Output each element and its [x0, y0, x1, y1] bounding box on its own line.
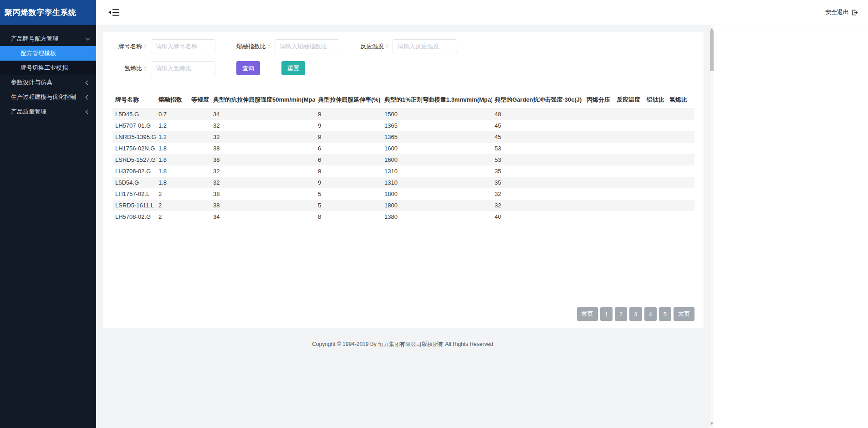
- table-cell: 5: [315, 188, 382, 200]
- table-cell: L5D54.G: [112, 177, 156, 188]
- chevron-left-icon: [86, 80, 90, 85]
- table-cell: 1.8: [156, 177, 189, 188]
- sidebar-subitem[interactable]: 牌号切换工业模拟: [0, 61, 96, 75]
- column-header: 典型的1%正割弯曲模量1.3mm/min(Mpa): [382, 92, 492, 108]
- table-cell: [614, 108, 644, 120]
- pagination-page-button[interactable]: 1: [600, 307, 613, 321]
- table-cell: 38: [210, 154, 315, 165]
- chevron-left-icon: [86, 95, 90, 99]
- table-cell: 35: [492, 177, 584, 188]
- search-field-2: 反应温度：: [360, 39, 457, 53]
- sidebar-item-2[interactable]: 生产过程建模与优化控制: [0, 90, 96, 104]
- table-cell: 1.2: [156, 131, 189, 143]
- table-cell: [189, 108, 210, 120]
- query-button[interactable]: 查询: [236, 61, 260, 75]
- table-cell: 38: [210, 143, 315, 154]
- pagination-page-button[interactable]: 3: [629, 307, 642, 321]
- table-cell: 35: [492, 165, 584, 177]
- logout-icon: [851, 9, 858, 16]
- table-cell: [584, 131, 614, 143]
- pagination-page-button[interactable]: 5: [659, 307, 671, 321]
- pagination-page-button[interactable]: 2: [615, 307, 627, 321]
- table-row: LSRD5-1611.L2385180032: [112, 200, 694, 211]
- pagination-page-button[interactable]: 4: [644, 307, 657, 321]
- table-cell: 8: [315, 211, 382, 222]
- table-cell: L5D45.G: [112, 108, 156, 120]
- column-header: 等规度: [189, 92, 210, 108]
- table-cell: 38: [210, 188, 315, 200]
- table-cell: [667, 108, 694, 120]
- table-cell: [644, 131, 667, 143]
- column-header: 丙烯分压: [584, 92, 614, 108]
- table-cell: [584, 154, 614, 165]
- logout-button[interactable]: 安全退出: [825, 8, 858, 16]
- sidebar-toggle-button[interactable]: [106, 6, 122, 19]
- column-header: 反应温度: [614, 92, 644, 108]
- table-cell: [644, 120, 667, 131]
- table-cell: [614, 120, 644, 131]
- table-cell: 1365: [382, 120, 492, 131]
- table-cell: 5: [315, 200, 382, 211]
- chevron-down-icon: [86, 36, 90, 41]
- chevron-left-icon: [86, 109, 90, 114]
- sidebar-item-label: 参数设计与仿真: [11, 78, 52, 87]
- table-cell: LH3706-02.G: [112, 165, 156, 177]
- sidebar-subitem[interactable]: 配方管理模板: [0, 46, 96, 61]
- table-cell: 53: [492, 154, 584, 165]
- table-row: LH1756-02N.G1.8386160053: [112, 143, 694, 154]
- table-cell: [614, 200, 644, 211]
- search-row-1: 牌号名称：熔融指数比：反应温度：: [112, 39, 694, 53]
- table-cell: [189, 120, 210, 131]
- search-row-2: 氢烯比：查询重置: [112, 61, 694, 75]
- table-cell: 32: [492, 188, 584, 200]
- table-cell: [189, 143, 210, 154]
- scrollbar-thumb[interactable]: [710, 31, 714, 71]
- search-form: 牌号名称：熔融指数比：反应温度：氢烯比：查询重置: [112, 39, 694, 84]
- scrollbar-down-arrow[interactable]: [710, 423, 713, 426]
- sidebar-item-0[interactable]: 产品牌号配方管理: [0, 31, 96, 46]
- column-header: 典型的抗拉伸屈服强度50mm/min(Mpa): [210, 92, 315, 108]
- search-input-3[interactable]: [151, 61, 215, 75]
- pagination-first-button[interactable]: 首页: [577, 307, 598, 321]
- table-cell: [614, 165, 644, 177]
- table-cell: [667, 165, 694, 177]
- sidebar: 聚丙烯数字孪生系统 产品牌号配方管理配方管理模板牌号切换工业模拟参数设计与仿真生…: [0, 0, 96, 428]
- table-cell: 1.8: [156, 143, 189, 154]
- table-cell: 6: [315, 154, 382, 165]
- table-cell: [584, 177, 614, 188]
- table-cell: 1600: [382, 143, 492, 154]
- table-cell: [584, 211, 614, 222]
- content-area: 牌号名称：熔融指数比：反应温度：氢烯比：查询重置 牌号名称熔融指数等规度典型的抗…: [96, 25, 714, 428]
- column-header: 典型拉伸屈服延伸率(%): [315, 92, 382, 108]
- scrollbar-up-arrow[interactable]: [710, 27, 713, 31]
- search-input-1[interactable]: [275, 39, 339, 53]
- reset-button[interactable]: 重置: [281, 61, 305, 75]
- table-cell: LSRD5-1611.L: [112, 200, 156, 211]
- table-cell: 34: [210, 211, 315, 222]
- search-field-label: 熔融指数比：: [236, 42, 272, 51]
- sidebar-item-3[interactable]: 产品质量管理: [0, 104, 96, 119]
- search-field-3: 氢烯比：: [112, 61, 215, 75]
- search-input-2[interactable]: [393, 39, 457, 53]
- content-card: 牌号名称：熔融指数比：反应温度：氢烯比：查询重置 牌号名称熔融指数等规度典型的抗…: [103, 32, 704, 328]
- table-row: LH3706-02.G1.8329131035: [112, 165, 694, 177]
- table-row: LH5707-01.G1.2329136545: [112, 120, 694, 131]
- search-input-0[interactable]: [151, 39, 215, 53]
- search-field-label: 反应温度：: [360, 42, 390, 51]
- table-cell: [644, 108, 667, 120]
- vertical-scrollbar[interactable]: [709, 25, 714, 428]
- table-cell: [644, 165, 667, 177]
- column-header: 氢烯比: [667, 92, 694, 108]
- table-cell: [614, 131, 644, 143]
- table-cell: 32: [210, 165, 315, 177]
- table-cell: 1.2: [156, 120, 189, 131]
- table-cell: [644, 177, 667, 188]
- pagination-last-button[interactable]: 末页: [674, 307, 694, 321]
- sidebar-item-1[interactable]: 参数设计与仿真: [0, 75, 96, 90]
- table-cell: 1380: [382, 211, 492, 222]
- table-cell: LH5707-01.G: [112, 120, 156, 131]
- column-header: 典型的Garden抗冲击强度-30c(J): [492, 92, 584, 108]
- table-cell: 53: [492, 143, 584, 154]
- table-cell: [189, 211, 210, 222]
- table-cell: 32: [210, 120, 315, 131]
